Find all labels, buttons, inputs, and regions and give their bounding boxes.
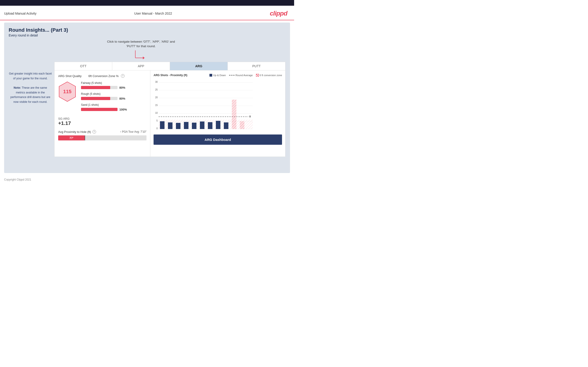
- svg-rect-22: [160, 121, 164, 129]
- sg-arg-section: SG ARG +1.17: [58, 117, 147, 126]
- legend-square-icon: [209, 74, 212, 77]
- svg-text:10: 10: [155, 112, 158, 114]
- chart-header: ARG Shots - Proximity (ft) Up & Down Rou…: [154, 74, 282, 77]
- svg-rect-28: [208, 122, 212, 129]
- annotation-area: Click to navigate between 'OTT', 'APP', …: [54, 39, 285, 60]
- tab-app[interactable]: APP: [112, 62, 170, 70]
- insight-text1: Get greater insight into each facet of y…: [9, 72, 52, 80]
- bar-pct-rough: 80%: [119, 97, 125, 100]
- proximity-section: Avg Proximity to Hole (ft) ? ↑ PGA Tour …: [58, 130, 147, 141]
- svg-rect-23: [168, 122, 173, 129]
- bar-row-fairway: Fairway (5 shots) 80%: [81, 81, 147, 90]
- legend-round-avg: Round Average: [229, 74, 253, 77]
- arg-shot-quality-row: ARG Shot Quality 6ft Conversion Zone % ?: [58, 74, 147, 78]
- insight-text-block: Get greater insight into each facet of y…: [9, 39, 54, 157]
- tab-arg[interactable]: ARG: [170, 62, 228, 70]
- prox-value: 77': [69, 136, 73, 140]
- chart-title: ARG Shots - Proximity (ft): [154, 74, 187, 77]
- tab-ott[interactable]: OTT: [54, 62, 112, 70]
- svg-text:15: 15: [155, 104, 158, 107]
- tab-putt[interactable]: PUTT: [228, 62, 285, 70]
- svg-text:5: 5: [156, 119, 158, 122]
- question-icon[interactable]: ?: [121, 74, 125, 78]
- legend: Up & Down Round Average 6 ft conversion …: [209, 74, 282, 77]
- svg-marker-2: [143, 57, 145, 59]
- svg-text:30: 30: [155, 81, 158, 83]
- header: Upload Manual Activity User Manual - Mar…: [0, 6, 294, 20]
- arrow-annotation: [134, 49, 148, 61]
- bars-area: Fairway (5 shots) 80% Rough: [81, 81, 147, 114]
- svg-text:25: 25: [155, 88, 158, 91]
- conversion-zone-label: 6ft Conversion Zone %: [88, 74, 119, 78]
- svg-rect-32: [232, 100, 236, 129]
- sg-arg-label: SG ARG: [58, 117, 147, 120]
- footer: Copyright Clippd 2021: [0, 175, 294, 184]
- legend-updown-label: Up & Down: [213, 74, 226, 77]
- bar-fill-sand: [81, 108, 118, 111]
- legend-hatch-icon: [256, 74, 259, 77]
- bar-row-rough: Rough (5 shots) 80%: [81, 92, 147, 100]
- bar-label-rough: Rough (5 shots): [81, 92, 147, 95]
- page-title: Round Insights... (Part 3): [9, 27, 285, 33]
- svg-rect-26: [192, 123, 197, 129]
- svg-rect-25: [184, 122, 189, 129]
- question-icon-prox[interactable]: ?: [92, 130, 96, 133]
- svg-text:8: 8: [249, 115, 251, 118]
- header-left: Upload Manual Activity: [4, 12, 36, 15]
- svg-rect-30: [224, 122, 228, 129]
- bar-track-fairway: [81, 86, 118, 89]
- legend-6ft: 6 ft conversion zone: [256, 74, 282, 77]
- svg-rect-19: [159, 120, 253, 129]
- tab-bar: OTT APP ARG PUTT: [54, 62, 285, 70]
- hex-bars-row: 115 Fairway (5 shots): [58, 81, 147, 114]
- insight-note-label: Note:: [14, 86, 21, 89]
- page-subtitle: Every round in detail: [9, 33, 285, 37]
- upload-manual-activity-link[interactable]: Upload Manual Activity: [4, 12, 36, 15]
- prox-cursor: [85, 135, 85, 141]
- svg-text:20: 20: [155, 96, 158, 99]
- svg-rect-24: [176, 123, 181, 129]
- bar-pct-sand: 100%: [119, 108, 127, 111]
- bar-label-fairway: Fairway (5 shots): [81, 81, 147, 84]
- logo: clippd: [270, 10, 287, 17]
- bar-label-sand: Sand (1 shots): [81, 103, 147, 107]
- legend-6ft-label: 6 ft conversion zone: [260, 74, 282, 77]
- copyright-text: Copyright Clippd 2021: [4, 178, 31, 181]
- prox-bar-fill: 77': [58, 135, 85, 141]
- bar-track-sand: [81, 108, 118, 111]
- sg-arg-value: +1.17: [58, 120, 147, 126]
- right-panel: ARG Shots - Proximity (ft) Up & Down Rou…: [150, 70, 285, 157]
- hexagon-container: 115: [58, 81, 77, 102]
- bar-row-sand: Sand (1 shots) 100%: [81, 103, 147, 111]
- bar-fill-fairway: [81, 86, 110, 89]
- prox-bar-track: 77': [58, 135, 147, 141]
- chart-svg: 0 5 10 15 20 25 30: [154, 79, 282, 132]
- legend-dashed-icon: [229, 75, 234, 75]
- annotation-text: Click to navigate between 'OTT', 'APP', …: [107, 39, 175, 49]
- hex-value: 115: [63, 89, 72, 95]
- pga-tour-label: ↑ PGA Tour Avg: 7'10": [120, 130, 147, 133]
- bar-pct-fairway: 80%: [119, 86, 125, 89]
- panel-body: ARG Shot Quality 6ft Conversion Zone % ?…: [54, 70, 285, 157]
- svg-rect-29: [216, 121, 220, 129]
- bar-track-rough: [81, 97, 118, 100]
- header-center-title: User Manual - March 2022: [134, 12, 172, 15]
- legend-round-avg-label: Round Average: [235, 74, 253, 77]
- arg-dashboard-button[interactable]: ARG Dashboard: [154, 134, 282, 145]
- legend-updown: Up & Down: [209, 74, 226, 77]
- top-bar: [0, 0, 294, 6]
- proximity-label: Avg Proximity to Hole (ft): [58, 130, 91, 133]
- arg-shot-quality-label: ARG Shot Quality: [58, 74, 82, 78]
- left-panel: ARG Shot Quality 6ft Conversion Zone % ?…: [54, 70, 150, 157]
- svg-rect-27: [200, 122, 204, 129]
- chart-svg-container: 0 5 10 15 20 25 30: [154, 79, 282, 132]
- main-content: Round Insights... (Part 3) Every round i…: [4, 23, 290, 173]
- svg-rect-34: [240, 121, 244, 129]
- svg-text:0: 0: [156, 127, 158, 130]
- bar-fill-rough: [81, 97, 110, 100]
